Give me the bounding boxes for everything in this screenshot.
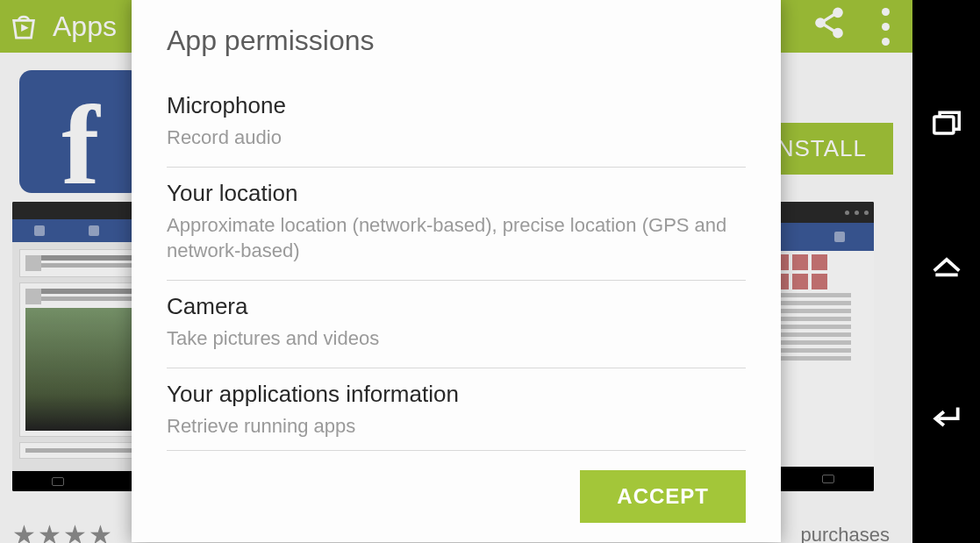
accept-button-label: ACCEPT	[617, 484, 709, 508]
svg-rect-5	[934, 117, 953, 133]
purchases-label: purchases	[800, 524, 890, 543]
permission-desc: Record audio	[167, 125, 746, 151]
dialog-title: App permissions	[167, 25, 746, 57]
install-button-label: INSTALL	[769, 135, 867, 161]
home-icon[interactable]	[928, 253, 965, 289]
permission-name: Your applications information	[167, 381, 746, 408]
app-logo-facebook: f	[19, 70, 142, 193]
device-screen: Apps f INSTALL	[0, 0, 912, 543]
permission-name: Your location	[167, 180, 746, 207]
svg-line-4	[823, 25, 834, 32]
permission-name: Microphone	[167, 92, 746, 119]
share-icon[interactable]	[812, 5, 847, 47]
permission-item: Camera Take pictures and videos	[167, 281, 746, 368]
permissions-dialog: App permissions Microphone Record audio …	[132, 0, 781, 542]
permission-item: Microphone Record audio	[167, 80, 746, 168]
svg-line-3	[823, 14, 834, 21]
permissions-list[interactable]: Microphone Record audio Your location Ap…	[167, 80, 746, 450]
play-store-icon	[9, 11, 39, 42]
permission-item: Your location Approximate location (netw…	[167, 168, 746, 281]
permission-desc: Retrieve running apps	[167, 413, 746, 439]
overflow-menu-icon[interactable]	[882, 8, 890, 46]
permission-desc: Approximate location (network-based), pr…	[167, 212, 746, 264]
permission-desc: Take pictures and videos	[167, 325, 746, 352]
system-nav-bar	[912, 0, 980, 543]
accept-button[interactable]: ACCEPT	[580, 470, 746, 523]
rating-stars: ★★★★	[12, 519, 114, 543]
back-icon[interactable]	[928, 399, 965, 436]
permission-item: Your applications information Retrieve r…	[167, 368, 746, 450]
recent-apps-icon[interactable]	[928, 107, 965, 144]
permission-name: Camera	[167, 293, 746, 320]
action-bar-title: Apps	[53, 11, 117, 43]
